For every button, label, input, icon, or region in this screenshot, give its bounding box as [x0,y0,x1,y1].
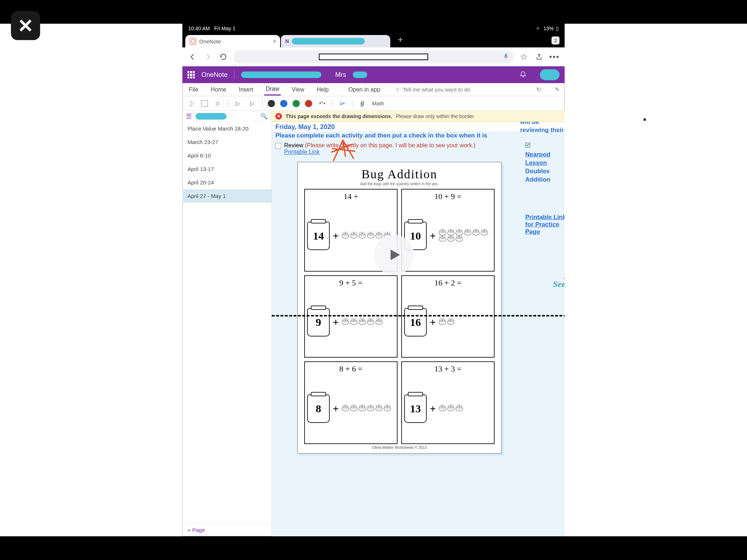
search-button[interactable]: 🔍 [260,113,268,120]
tab-insert[interactable]: Insert [237,84,255,95]
back-button[interactable] [187,52,198,62]
redacted-section-name [196,113,227,120]
ipad-frame: 10:40 AM Fri May 1 ᯤ 13% ▯ OneNote × N +… [182,24,565,536]
review-checkbox[interactable] [275,143,281,149]
page-list: Place Value March 18-20March 23-27April … [182,122,271,523]
video-play-button[interactable] [374,235,414,275]
ink-blue[interactable] [280,100,287,107]
lasso-tool[interactable] [201,100,208,107]
app-launcher-button[interactable] [187,71,195,78]
url-field[interactable] [233,50,514,63]
seesaw-label: ➤ Sees [553,272,565,289]
notifications-button[interactable] [519,70,527,79]
pen-tool-1[interactable]: ▷ [233,99,243,108]
page-item[interactable]: April 27 - May 1 [182,189,271,203]
tab-home[interactable]: Home [209,84,228,95]
worksheet-grid: 14 + 14+10 + 9 =10+9 + 5 =9+16 + 2 =16+8… [304,189,495,444]
bookmark-button[interactable]: ☆ [519,52,529,62]
svg-point-2 [396,88,399,90]
tab-onenote[interactable]: OneNote × [185,35,280,47]
tab-draw[interactable]: Draw [264,83,280,96]
note-canvas[interactable]: will be reviewing their Friday, May 1, 2… [272,122,565,536]
decorative-dot: . [643,108,647,124]
worksheet-cell: 8 + 6 =8+ [304,361,398,444]
printable-link[interactable]: Printable Link [284,149,320,155]
math-button[interactable]: Math [372,100,384,106]
close-overlay-button[interactable] [11,11,40,40]
sidebar-header: ☰ 🔍 [182,111,272,122]
worksheet-cell: 13 + 3 =13+ [401,361,495,444]
page-item[interactable]: April 13-17 [182,162,271,176]
star-annotation [330,139,356,165]
tab-count-button[interactable]: 2 [551,36,560,44]
add-page-button[interactable]: + Page [182,523,271,536]
review-label: Review [284,142,303,148]
browser-toolbar: ☆ ••• [182,47,565,66]
page-item[interactable]: Place Value March 18-20 [182,122,271,135]
text-select-tool[interactable]: ⌶I [187,99,196,108]
ink-green[interactable] [293,100,300,107]
redacted-notebook-name [241,71,321,78]
redacted-teacher-name [353,71,367,78]
status-bar: 10:40 AM Fri May 1 ᯤ 13% ▯ [182,24,565,33]
new-tab-button[interactable]: + [391,34,410,47]
close-icon [18,18,33,33]
eraser-tool[interactable]: ◇ [213,99,222,108]
svg-rect-0 [505,54,507,57]
math-icon: ∯ [357,99,367,108]
dashed-annotation-line [272,315,565,316]
worksheet-image: Bug Addition Add the bugs with the quant… [297,162,502,454]
open-in-app-button[interactable]: Open in app [347,84,382,95]
warning-banner: ✕ This page exceeds the drawing dimensio… [272,111,565,122]
page-margin-left [0,24,182,536]
ink-red[interactable] [305,100,312,107]
editing-button[interactable]: ✎ [555,86,560,93]
practice-link[interactable]: Printable Link for Practice Page [525,214,565,235]
letterbox-top [0,0,747,24]
more-button[interactable]: ••• [549,52,560,62]
tab-close-button[interactable]: × [272,38,276,45]
tab-secondary[interactable]: N [281,35,390,47]
tab-help[interactable]: Help [315,84,330,95]
worksheet-cell: 10 + 9 =10+ [401,189,495,272]
tab-file[interactable]: File [187,84,200,95]
page-item[interactable]: March 23-27 [182,135,271,149]
app-name: OneNote [201,71,228,79]
share-button[interactable] [534,52,544,62]
tab-view[interactable]: View [290,84,306,95]
undo-button[interactable]: ↶▾ [317,99,327,108]
nearpod-checkbox[interactable] [525,143,530,148]
warning-close-icon[interactable]: ✕ [275,113,282,120]
page-item[interactable]: April 20-24 [182,176,271,189]
right-links-2: Printable Link for Practice Page [525,214,565,236]
warning-text: Please draw only within the border. [396,113,475,119]
tell-me-search[interactable]: Tell me what you want to do [395,86,470,93]
ink-black[interactable] [268,100,275,107]
nearpod-desc: Doubles Addition [525,168,550,183]
note-date: Friday, May 1, 2020 [275,123,335,131]
paragraph-button[interactable]: ≡▾ [337,99,347,108]
dictate-button[interactable]: ↻ [536,86,541,93]
draw-toolbar: ⌶I ◇ ▷ ▷ ↶▾ ≡▾ ∯ Math [182,96,565,111]
onenote-icon: N [285,38,289,44]
battery-icon: ▯ [556,26,559,31]
redacted-url [319,54,428,60]
voice-search-button[interactable] [503,53,509,61]
hamburger-button[interactable]: ☰ [186,112,192,120]
reload-button[interactable] [218,52,228,62]
worksheet-title: Bug Addition [304,167,495,181]
body: Place Value March 18-20March 23-27April … [182,122,565,536]
forward-button[interactable] [203,52,213,62]
page-item[interactable]: April 6-10 [182,149,271,162]
play-icon [386,247,402,263]
page-sidebar: Place Value March 18-20March 23-27April … [182,122,272,536]
letterbox-bottom [0,536,747,560]
pen-tool-2[interactable]: ▷ [248,99,257,108]
nearpod-link[interactable]: Nearpod Lesson [525,151,565,167]
redacted-avatar[interactable] [540,69,560,80]
tab-label: OneNote [199,38,221,44]
page-margin-right [565,24,747,536]
status-time: 10:40 AM [188,26,210,31]
battery-percent: 13% [543,26,554,31]
review-block: Review (Please write directly on this pa… [275,142,509,155]
